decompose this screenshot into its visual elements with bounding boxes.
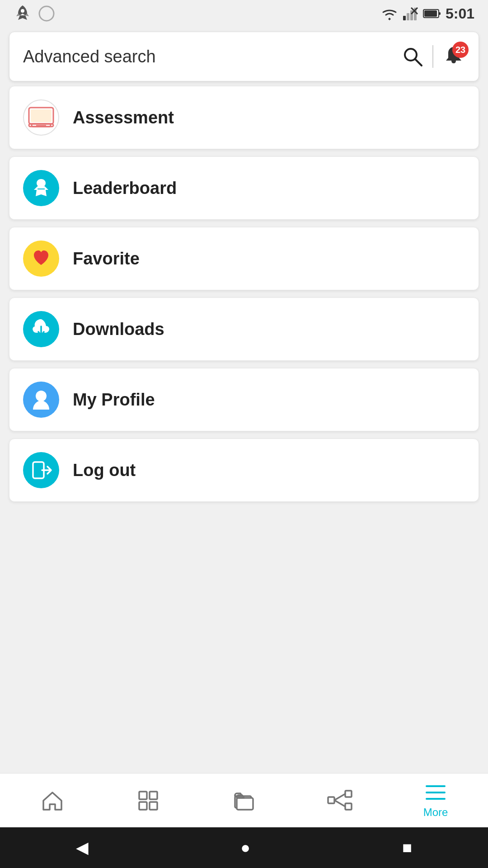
- status-time: 5:01: [446, 5, 474, 22]
- menu-item-assessment[interactable]: Assessment: [9, 86, 479, 149]
- signal-icon: [38, 5, 55, 22]
- leaderboard-icon: [29, 176, 53, 200]
- notification-badge: 23: [452, 42, 469, 58]
- svg-rect-22: [150, 792, 157, 799]
- svg-line-31: [334, 800, 345, 807]
- android-nav: ◀ ● ■: [0, 827, 488, 868]
- svg-rect-9: [439, 12, 441, 15]
- assessment-icon: [27, 106, 55, 129]
- favorite-icon-wrap: [23, 241, 59, 277]
- more-menu-icon: [424, 783, 447, 803]
- favorite-label: Favorite: [73, 249, 140, 269]
- svg-rect-14: [31, 109, 52, 122]
- folders-icon: [232, 789, 256, 812]
- menu-item-leaderboard[interactable]: Leaderboard: [9, 156, 479, 220]
- svg-point-1: [39, 6, 54, 21]
- search-divider: [432, 45, 433, 68]
- bottom-nav: More: [0, 773, 488, 827]
- svg-rect-26: [237, 798, 253, 810]
- svg-rect-27: [328, 797, 334, 803]
- favorite-icon: [29, 247, 53, 270]
- search-icon[interactable]: [402, 46, 423, 67]
- logout-label: Log out: [73, 461, 136, 480]
- more-label: More: [423, 806, 448, 819]
- svg-rect-28: [345, 791, 352, 797]
- grid-icon: [136, 789, 160, 812]
- svg-line-30: [334, 794, 345, 800]
- svg-point-0: [21, 9, 24, 13]
- status-right-icons: 5:01: [381, 5, 474, 22]
- svg-line-12: [415, 59, 422, 66]
- logout-icon-wrap: [23, 452, 59, 488]
- notification-button[interactable]: 23: [442, 45, 465, 68]
- diagram-icon: [327, 789, 352, 812]
- my-profile-label: My Profile: [73, 390, 155, 410]
- menu-list: Assessment Leaderboard Favorite: [0, 86, 488, 509]
- nav-item-grid[interactable]: [100, 789, 196, 812]
- leaderboard-label: Leaderboard: [73, 179, 177, 198]
- home-icon: [41, 789, 64, 812]
- menu-item-downloads[interactable]: Downloads: [9, 297, 479, 361]
- nav-item-more[interactable]: More: [388, 783, 483, 819]
- assessment-icon-wrap: [23, 99, 59, 136]
- android-recent-button[interactable]: ■: [402, 838, 412, 857]
- menu-item-logout[interactable]: Log out: [9, 439, 479, 502]
- svg-rect-3: [407, 13, 409, 20]
- search-actions: 23: [402, 45, 465, 68]
- status-left-icons: [14, 5, 55, 23]
- android-back-button[interactable]: ◀: [76, 838, 89, 857]
- downloads-icon-wrap: [23, 311, 59, 347]
- menu-item-my-profile[interactable]: My Profile: [9, 368, 479, 431]
- svg-rect-10: [424, 10, 437, 17]
- downloads-label: Downloads: [73, 320, 164, 339]
- my-profile-icon: [29, 388, 53, 411]
- signal-bars-icon: [402, 7, 418, 20]
- menu-item-favorite[interactable]: Favorite: [9, 227, 479, 290]
- search-bar[interactable]: Advanced search 23: [9, 32, 479, 81]
- svg-rect-24: [150, 802, 157, 810]
- downloads-icon: [29, 317, 53, 341]
- search-label: Advanced search: [23, 47, 156, 66]
- status-bar: 5:01: [0, 0, 488, 27]
- assessment-label: Assessment: [73, 108, 174, 127]
- svg-rect-21: [139, 792, 147, 799]
- battery-icon: [423, 8, 441, 19]
- nav-item-folders[interactable]: [196, 789, 292, 812]
- svg-rect-2: [403, 16, 406, 20]
- my-profile-icon-wrap: [23, 382, 59, 418]
- svg-point-19: [36, 391, 47, 401]
- svg-rect-29: [345, 803, 352, 810]
- nav-item-diagram[interactable]: [292, 789, 388, 812]
- nav-item-home[interactable]: [5, 789, 100, 812]
- wifi-icon: [381, 7, 398, 20]
- logout-icon: [29, 458, 53, 482]
- svg-rect-23: [139, 802, 147, 810]
- android-home-button[interactable]: ●: [240, 838, 250, 857]
- rocket-icon: [14, 5, 32, 23]
- leaderboard-icon-wrap: [23, 170, 59, 206]
